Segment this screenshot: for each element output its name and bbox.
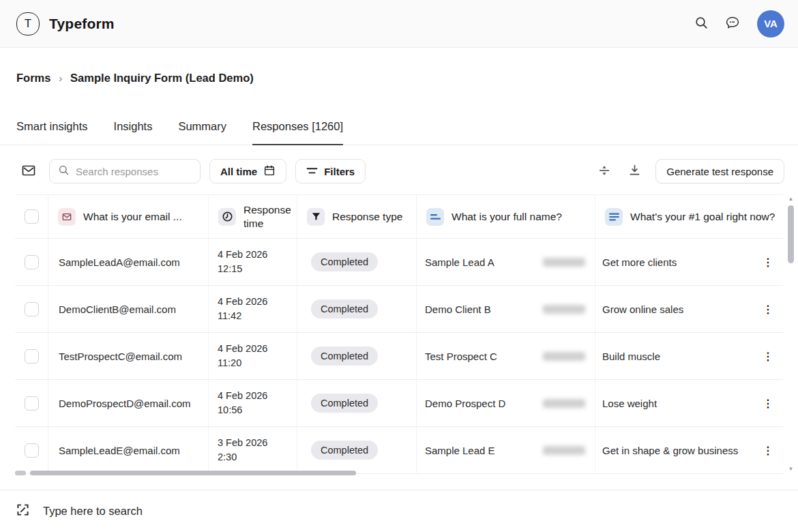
generate-test-response-label: Generate test response (666, 166, 773, 177)
help-chat-button[interactable] (720, 12, 745, 36)
response-row[interactable]: TestProspectC@email.com 4 Feb 202611:20 … (15, 333, 783, 380)
filter-lines-icon (306, 166, 318, 177)
response-time-cell: 3 Feb 20262:30 (208, 427, 297, 474)
response-date: 4 Feb 2026 (218, 248, 267, 262)
column-header-email[interactable]: What is your email ... (48, 195, 208, 239)
download-button[interactable] (624, 161, 645, 181)
goal-cell: Lose weight⋮ (595, 380, 783, 427)
response-type-cell: Completed (297, 380, 416, 427)
inbox-view-button[interactable] (16, 159, 41, 183)
response-time-cell: 4 Feb 202611:42 (208, 286, 297, 333)
filters-label: Filters (324, 166, 355, 177)
row-menu-button[interactable]: ⋮ (760, 303, 776, 316)
expand-icon (16, 503, 29, 519)
vertical-scrollbar-thumb[interactable] (788, 205, 794, 263)
row-select-cell (15, 239, 48, 286)
goal-cell: Build muscle⋮ (595, 333, 783, 380)
column-header-full-name[interactable]: What is your full name? (416, 195, 595, 239)
responses-table: What is your email ... Response time Res… (15, 194, 783, 474)
breadcrumb: Forms › Sample Inquiry Form (Lead Demo) (16, 72, 254, 85)
redacted-value (543, 399, 585, 408)
response-time-cell: 4 Feb 202612:15 (208, 239, 297, 286)
filters-button[interactable]: Filters (295, 159, 366, 183)
email-icon (58, 208, 76, 226)
email-cell: TestProspectC@email.com (48, 333, 208, 380)
avatar[interactable]: VA (757, 10, 784, 38)
global-search-button[interactable] (689, 12, 713, 36)
response-date: 4 Feb 2026 (218, 295, 267, 309)
response-time-cell: 4 Feb 202610:56 (208, 380, 297, 427)
chat-bubble-icon (724, 14, 741, 33)
tab-smart-insights[interactable]: Smart insights (16, 108, 88, 145)
row-checkbox[interactable] (25, 396, 39, 411)
row-select-cell (15, 333, 48, 380)
row-height-icon (598, 164, 610, 179)
row-menu-button[interactable]: ⋮ (760, 444, 776, 457)
full-name-cell: Sample Lead E (416, 427, 595, 474)
tab-bar: Smart insights Insights Summary Response… (0, 108, 798, 145)
column-header-label: What is your email ... (83, 210, 182, 223)
row-menu-button[interactable]: ⋮ (760, 397, 776, 410)
goal-cell: Get in shape & grow business⋮ (595, 427, 783, 474)
scroll-up-arrow-icon[interactable]: ▲ (787, 196, 795, 202)
row-checkbox[interactable] (25, 302, 39, 316)
scroll-down-arrow-icon[interactable]: ▼ (787, 467, 795, 472)
row-checkbox[interactable] (25, 349, 39, 364)
short-text-icon (426, 208, 444, 226)
generate-test-response-button[interactable]: Generate test response (655, 159, 784, 183)
bottom-search-bar[interactable]: Type here to search (0, 490, 798, 532)
email-cell: SampleLeadE@email.com (48, 427, 208, 474)
tab-insights[interactable]: Insights (114, 108, 153, 145)
breadcrumb-current-form: Sample Inquiry Form (Lead Demo) (70, 72, 254, 85)
status-badge: Completed (311, 299, 378, 319)
search-responses-input[interactable] (76, 166, 192, 177)
full-name-cell: Test Prospect C (416, 333, 595, 380)
column-header-response-type[interactable]: Response type (297, 195, 416, 239)
select-all-checkbox[interactable] (25, 209, 39, 224)
search-icon (694, 16, 709, 32)
column-header-label: Response type (332, 210, 402, 223)
response-row[interactable]: SampleLeadE@email.com 3 Feb 20262:30 Com… (15, 427, 783, 474)
tab-responses[interactable]: Responses [1260] (252, 108, 343, 145)
envelope-icon (20, 162, 37, 181)
column-header-goal[interactable]: What's your #1 goal right now? (595, 195, 783, 239)
row-select-cell (15, 286, 48, 333)
response-row[interactable]: DemoProspectD@email.com 4 Feb 202610:56 … (15, 380, 783, 427)
typeform-logo-icon: T (16, 12, 40, 35)
response-clock: 11:42 (218, 309, 267, 323)
response-row[interactable]: DemoClientB@email.com 4 Feb 202611:42 Co… (15, 286, 783, 333)
status-badge: Completed (311, 346, 378, 366)
topbar: T Typeform VA (0, 0, 798, 48)
row-checkbox[interactable] (25, 443, 39, 458)
time-filter-button[interactable]: All time (209, 159, 286, 183)
response-type-cell: Completed (297, 333, 416, 380)
redacted-value (543, 446, 585, 455)
response-time-cell: 4 Feb 202611:20 (208, 333, 297, 380)
full-name-cell: Sample Lead A (416, 239, 595, 286)
status-badge: Completed (311, 441, 378, 460)
email-cell: DemoClientB@email.com (48, 286, 208, 333)
brand-name: Typeform (49, 16, 115, 32)
breadcrumb-forms-link[interactable]: Forms (16, 72, 50, 85)
status-badge: Completed (311, 394, 378, 413)
brand-home-link[interactable]: T Typeform (16, 12, 115, 35)
row-height-button[interactable] (594, 161, 615, 181)
responses-toolbar: All time Filters Generate test response (16, 159, 784, 183)
horizontal-scrollbar-thumb[interactable] (30, 471, 356, 475)
column-header-label: What is your full name? (452, 210, 562, 223)
tab-summary[interactable]: Summary (178, 108, 226, 145)
bottom-search-hint: Type here to search (43, 505, 143, 518)
row-menu-button[interactable]: ⋮ (760, 350, 776, 363)
full-name-cell: Demo Client B (416, 286, 595, 333)
column-header-label: What's your #1 goal right now? (630, 210, 775, 223)
row-checkbox[interactable] (25, 255, 39, 269)
column-header-label: Response time (243, 203, 297, 230)
breadcrumb-separator: › (59, 73, 62, 84)
row-menu-button[interactable]: ⋮ (760, 256, 776, 269)
email-cell: DemoProspectD@email.com (48, 380, 208, 427)
search-responses-box (49, 159, 201, 183)
column-header-response-time[interactable]: Response time (208, 195, 297, 239)
response-row[interactable]: SampleLeadA@email.com 4 Feb 202612:15 Co… (15, 239, 783, 286)
response-date: 4 Feb 2026 (218, 342, 267, 356)
horizontal-scrollbar-nub[interactable] (15, 471, 26, 475)
